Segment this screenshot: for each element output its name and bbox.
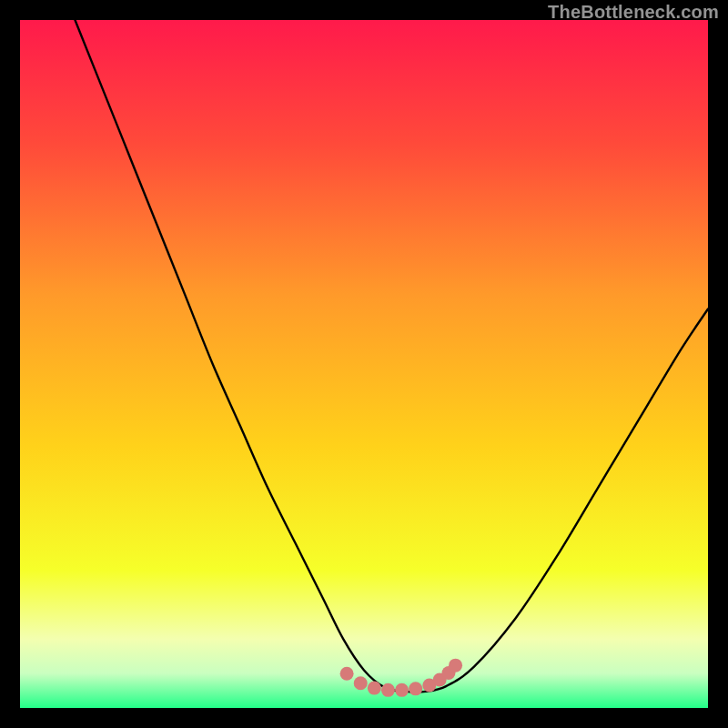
chart-frame	[20, 20, 708, 708]
gradient-background	[20, 20, 708, 708]
highlight-dot	[354, 676, 368, 690]
highlight-dot	[381, 683, 395, 697]
watermark-text: TheBottleneck.com	[548, 2, 719, 23]
highlight-dot	[395, 683, 409, 697]
highlight-dot	[449, 659, 462, 672]
bottleneck-chart	[20, 20, 708, 708]
highlight-dot	[368, 682, 381, 695]
highlight-dot	[409, 682, 422, 695]
highlight-dot	[340, 667, 354, 681]
